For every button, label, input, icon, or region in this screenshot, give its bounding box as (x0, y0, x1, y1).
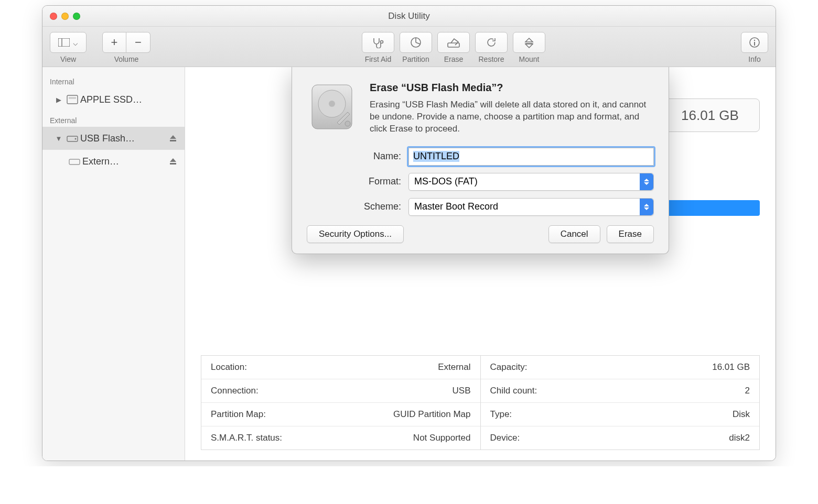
detail-row: Capacity:16.01 GB (481, 356, 760, 379)
restore-label: Restore (478, 55, 504, 63)
dialog-form: Name: Format: MS-DOS (FAT) Scheme: Ma (338, 148, 654, 216)
detail-row: Connection:USB (201, 379, 480, 403)
sidebar-item-label: APPLE SSD… (80, 94, 185, 105)
mount-button[interactable] (513, 32, 545, 53)
details-table: Location:External Connection:USB Partiti… (201, 355, 760, 450)
dialog-body: Erasing “USB Flash Media” will delete al… (370, 99, 654, 135)
sidebar-header-external: External (42, 111, 185, 127)
format-select[interactable]: MS-DOS (FAT) (408, 173, 654, 191)
toolbar: ⌵ View + − Volume First Aid (42, 27, 776, 67)
format-label: Format: (338, 176, 401, 187)
volume-label: Volume (114, 55, 139, 63)
internal-disk-icon (64, 95, 80, 104)
hard-drive-icon (307, 82, 357, 132)
eject-icon[interactable] (169, 134, 185, 143)
detail-row: Child count:2 (481, 379, 760, 403)
svg-point-16 (345, 121, 350, 126)
view-button[interactable]: ⌵ (50, 32, 87, 53)
svg-point-11 (75, 138, 77, 140)
svg-rect-8 (67, 95, 78, 104)
first-aid-label: First Aid (365, 55, 392, 63)
erase-button[interactable] (437, 32, 470, 53)
disclosure-down-icon[interactable]: ▼ (53, 135, 64, 143)
updown-icon (640, 173, 653, 190)
name-label: Name: (338, 151, 401, 162)
disk-utility-window: Disk Utility ⌵ View + − Volume (42, 5, 776, 461)
info-button[interactable] (741, 32, 768, 53)
scheme-value: Master Boot Record (414, 201, 498, 212)
volume-add-button[interactable]: + (102, 32, 126, 53)
info-icon (748, 36, 761, 49)
security-options-button[interactable]: Security Options... (307, 225, 404, 243)
updown-icon (640, 199, 653, 215)
first-aid-button[interactable] (362, 32, 394, 53)
sidebar-item-label: USB Flash… (80, 133, 169, 144)
restore-button[interactable] (475, 32, 508, 53)
sidebar: Internal ▶ APPLE SSD… External ▼ USB Fla… (42, 67, 185, 461)
partition-button[interactable] (400, 32, 432, 53)
detail-row: S.M.A.R.T. status:Not Supported (201, 426, 480, 450)
format-value: MS-DOS (FAT) (414, 176, 478, 187)
view-label: View (60, 55, 76, 63)
scheme-select[interactable]: Master Boot Record (408, 198, 654, 216)
detail-pane: 16.01 GB Location:External Connection:US… (185, 67, 776, 461)
mount-label: Mount (519, 55, 540, 63)
detail-row: Location:External (201, 356, 480, 379)
erase-confirm-button[interactable]: Erase (607, 225, 654, 243)
eject-icon[interactable] (169, 157, 185, 166)
disclosure-right-icon[interactable]: ▶ (53, 96, 64, 104)
external-disk-icon (64, 134, 80, 143)
capacity-badge: 16.01 GB (660, 98, 760, 132)
svg-rect-9 (69, 97, 76, 99)
erase-icon (447, 37, 460, 48)
minus-icon: − (135, 36, 142, 49)
svg-point-6 (754, 40, 755, 41)
capacity-text: 16.01 GB (681, 107, 739, 124)
partition-label: Partition (402, 55, 429, 63)
name-input[interactable] (408, 148, 654, 166)
sidebar-item-label: Extern… (82, 156, 169, 167)
svg-point-15 (329, 101, 335, 107)
volume-remove-button[interactable]: − (126, 32, 150, 53)
sidebar-header-internal: Internal (42, 72, 185, 88)
details-right-column: Capacity:16.01 GB Child count:2 Type:Dis… (481, 356, 760, 450)
svg-point-2 (381, 41, 383, 43)
dialog-title: Erase “USB Flash Media”? (370, 82, 654, 94)
body: Internal ▶ APPLE SSD… External ▼ USB Fla… (42, 67, 776, 461)
mount-icon (523, 37, 535, 48)
erase-label: Erase (444, 55, 464, 63)
volume-icon (67, 157, 82, 166)
cancel-button[interactable]: Cancel (548, 225, 600, 243)
plus-icon: + (111, 36, 118, 49)
svg-rect-4 (448, 43, 459, 47)
scheme-label: Scheme: (338, 201, 401, 212)
chevron-down-icon: ⌵ (73, 38, 78, 48)
pie-icon (410, 36, 422, 49)
sidebar-icon (58, 38, 70, 47)
detail-row: Type:Disk (481, 403, 760, 426)
titlebar: Disk Utility (42, 6, 776, 27)
svg-rect-0 (58, 38, 70, 47)
details-left-column: Location:External Connection:USB Partiti… (201, 356, 481, 450)
info-label: Info (748, 55, 760, 63)
sidebar-item-external-volume[interactable]: Extern… (42, 150, 185, 173)
detail-row: Partition Map:GUID Partition Map (201, 403, 480, 426)
sidebar-item-usb-flash[interactable]: ▼ USB Flash… (42, 127, 185, 150)
sidebar-item-internal-ssd[interactable]: ▶ APPLE SSD… (42, 88, 185, 111)
svg-rect-12 (69, 159, 80, 165)
restore-icon (485, 36, 498, 49)
svg-rect-7 (754, 42, 755, 46)
window-title: Disk Utility (42, 11, 776, 21)
erase-sheet: Erase “USB Flash Media”? Erasing “USB Fl… (292, 67, 669, 254)
stethoscope-icon (371, 37, 385, 48)
detail-row: Device:disk2 (481, 426, 760, 450)
